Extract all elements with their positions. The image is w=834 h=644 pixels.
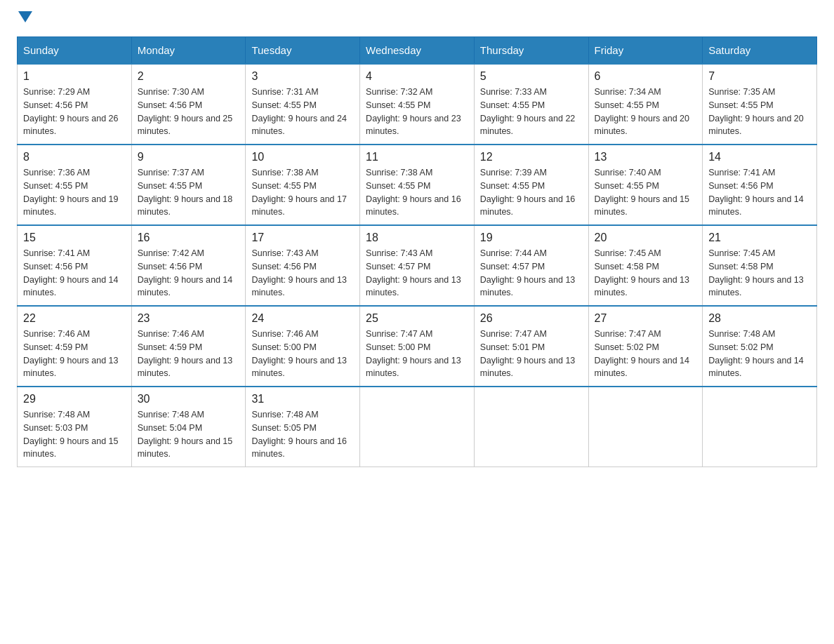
calendar-day-cell: 8 Sunrise: 7:36 AM Sunset: 4:55 PM Dayli… [18,145,132,225]
calendar-day-header: Sunday [18,37,132,65]
calendar-day-cell: 3 Sunrise: 7:31 AM Sunset: 4:55 PM Dayli… [246,64,360,145]
day-number: 23 [138,312,240,325]
day-info: Sunrise: 7:35 AM Sunset: 4:55 PM Dayligh… [708,86,811,138]
day-number: 11 [366,151,468,163]
calendar-day-header: Monday [131,37,246,65]
calendar-week-row: 1 Sunrise: 7:29 AM Sunset: 4:56 PM Dayli… [18,64,817,145]
day-info: Sunrise: 7:43 AM Sunset: 4:57 PM Dayligh… [366,247,468,300]
calendar-day-cell [474,387,588,467]
day-number: 4 [366,70,468,83]
day-info: Sunrise: 7:40 AM Sunset: 4:55 PM Dayligh… [595,166,697,219]
calendar-day-cell: 7 Sunrise: 7:35 AM Sunset: 4:55 PM Dayli… [703,64,817,145]
calendar-day-cell: 24 Sunrise: 7:46 AM Sunset: 5:00 PM Dayl… [246,306,360,387]
day-info: Sunrise: 7:47 AM Sunset: 5:02 PM Dayligh… [595,328,697,380]
day-info: Sunrise: 7:46 AM Sunset: 4:59 PM Dayligh… [138,328,240,380]
day-info: Sunrise: 7:32 AM Sunset: 4:55 PM Dayligh… [366,86,468,138]
day-info: Sunrise: 7:34 AM Sunset: 4:55 PM Dayligh… [595,86,697,138]
day-number: 18 [366,232,468,244]
calendar-day-cell: 19 Sunrise: 7:44 AM Sunset: 4:57 PM Dayl… [474,225,588,306]
day-info: Sunrise: 7:39 AM Sunset: 4:55 PM Dayligh… [480,166,583,219]
calendar-week-row: 22 Sunrise: 7:46 AM Sunset: 4:59 PM Dayl… [18,306,817,387]
calendar-week-row: 15 Sunrise: 7:41 AM Sunset: 4:56 PM Dayl… [18,225,817,306]
calendar-day-cell: 18 Sunrise: 7:43 AM Sunset: 4:57 PM Dayl… [360,225,475,306]
calendar-day-cell: 5 Sunrise: 7:33 AM Sunset: 4:55 PM Dayli… [474,64,588,145]
calendar-day-cell: 15 Sunrise: 7:41 AM Sunset: 4:56 PM Dayl… [18,225,132,306]
day-number: 24 [251,312,354,325]
day-number: 26 [480,312,583,325]
day-number: 31 [251,393,354,405]
day-info: Sunrise: 7:41 AM Sunset: 4:56 PM Dayligh… [708,166,811,219]
day-info: Sunrise: 7:38 AM Sunset: 4:55 PM Dayligh… [251,166,354,219]
day-info: Sunrise: 7:47 AM Sunset: 5:00 PM Dayligh… [366,328,468,380]
day-info: Sunrise: 7:48 AM Sunset: 5:02 PM Dayligh… [708,328,811,380]
calendar-day-cell: 26 Sunrise: 7:47 AM Sunset: 5:01 PM Dayl… [474,306,588,387]
day-info: Sunrise: 7:37 AM Sunset: 4:55 PM Dayligh… [138,166,240,219]
calendar-day-cell: 1 Sunrise: 7:29 AM Sunset: 4:56 PM Dayli… [18,64,132,145]
day-number: 21 [708,232,811,244]
day-number: 28 [708,312,811,325]
day-number: 2 [138,70,240,83]
day-number: 3 [251,70,354,83]
day-number: 29 [23,393,126,405]
calendar-day-cell: 31 Sunrise: 7:48 AM Sunset: 5:05 PM Dayl… [246,387,360,467]
day-number: 22 [23,312,126,325]
calendar-day-header: Friday [588,37,703,65]
calendar-day-header: Tuesday [246,37,360,65]
day-info: Sunrise: 7:30 AM Sunset: 4:56 PM Dayligh… [138,86,240,138]
day-number: 27 [595,312,697,325]
day-info: Sunrise: 7:43 AM Sunset: 4:56 PM Dayligh… [251,247,354,300]
day-number: 25 [366,312,468,325]
calendar-day-cell: 13 Sunrise: 7:40 AM Sunset: 4:55 PM Dayl… [588,145,703,225]
day-number: 8 [23,151,126,163]
calendar-day-cell: 9 Sunrise: 7:37 AM Sunset: 4:55 PM Dayli… [131,145,246,225]
day-info: Sunrise: 7:41 AM Sunset: 4:56 PM Dayligh… [23,247,126,300]
calendar-day-cell: 16 Sunrise: 7:42 AM Sunset: 4:56 PM Dayl… [131,225,246,306]
calendar-day-cell: 11 Sunrise: 7:38 AM Sunset: 4:55 PM Dayl… [360,145,475,225]
day-number: 16 [138,232,240,244]
calendar-day-cell: 29 Sunrise: 7:48 AM Sunset: 5:03 PM Dayl… [18,387,132,467]
day-number: 20 [595,232,697,244]
day-number: 5 [480,70,583,83]
day-number: 13 [595,151,697,163]
calendar-day-cell: 14 Sunrise: 7:41 AM Sunset: 4:56 PM Dayl… [703,145,817,225]
calendar-day-cell: 21 Sunrise: 7:45 AM Sunset: 4:58 PM Dayl… [703,225,817,306]
calendar-week-row: 8 Sunrise: 7:36 AM Sunset: 4:55 PM Dayli… [18,145,817,225]
day-number: 15 [23,232,126,244]
calendar-day-cell: 22 Sunrise: 7:46 AM Sunset: 4:59 PM Dayl… [18,306,132,387]
logo [17,17,32,22]
calendar-day-cell: 10 Sunrise: 7:38 AM Sunset: 4:55 PM Dayl… [246,145,360,225]
day-number: 12 [480,151,583,163]
day-info: Sunrise: 7:48 AM Sunset: 5:04 PM Dayligh… [138,408,240,461]
calendar-day-cell: 2 Sunrise: 7:30 AM Sunset: 4:56 PM Dayli… [131,64,246,145]
calendar-day-cell: 12 Sunrise: 7:39 AM Sunset: 4:55 PM Dayl… [474,145,588,225]
calendar-day-cell: 17 Sunrise: 7:43 AM Sunset: 4:56 PM Dayl… [246,225,360,306]
calendar-day-cell: 6 Sunrise: 7:34 AM Sunset: 4:55 PM Dayli… [588,64,703,145]
calendar-day-cell: 20 Sunrise: 7:45 AM Sunset: 4:58 PM Dayl… [588,225,703,306]
day-number: 30 [138,393,240,405]
day-number: 10 [251,151,354,163]
calendar-day-header: Saturday [703,37,817,65]
day-info: Sunrise: 7:36 AM Sunset: 4:55 PM Dayligh… [23,166,126,219]
day-info: Sunrise: 7:48 AM Sunset: 5:03 PM Dayligh… [23,408,126,461]
calendar-day-cell: 30 Sunrise: 7:48 AM Sunset: 5:04 PM Dayl… [131,387,246,467]
calendar-day-cell [588,387,703,467]
day-number: 19 [480,232,583,244]
day-info: Sunrise: 7:46 AM Sunset: 5:00 PM Dayligh… [251,328,354,380]
day-info: Sunrise: 7:45 AM Sunset: 4:58 PM Dayligh… [708,247,811,300]
day-number: 14 [708,151,811,163]
day-info: Sunrise: 7:44 AM Sunset: 4:57 PM Dayligh… [480,247,583,300]
day-info: Sunrise: 7:42 AM Sunset: 4:56 PM Dayligh… [138,247,240,300]
day-info: Sunrise: 7:46 AM Sunset: 4:59 PM Dayligh… [23,328,126,380]
calendar-header-row: SundayMondayTuesdayWednesdayThursdayFrid… [18,37,817,65]
day-info: Sunrise: 7:45 AM Sunset: 4:58 PM Dayligh… [595,247,697,300]
calendar-day-cell [360,387,475,467]
calendar-day-header: Thursday [474,37,588,65]
day-info: Sunrise: 7:38 AM Sunset: 4:55 PM Dayligh… [366,166,468,219]
day-number: 1 [23,70,126,83]
day-number: 6 [595,70,697,83]
calendar-day-cell: 25 Sunrise: 7:47 AM Sunset: 5:00 PM Dayl… [360,306,475,387]
calendar-table: SundayMondayTuesdayWednesdayThursdayFrid… [17,36,817,467]
day-number: 9 [138,151,240,163]
calendar-week-row: 29 Sunrise: 7:48 AM Sunset: 5:03 PM Dayl… [18,387,817,467]
day-info: Sunrise: 7:48 AM Sunset: 5:05 PM Dayligh… [251,408,354,461]
